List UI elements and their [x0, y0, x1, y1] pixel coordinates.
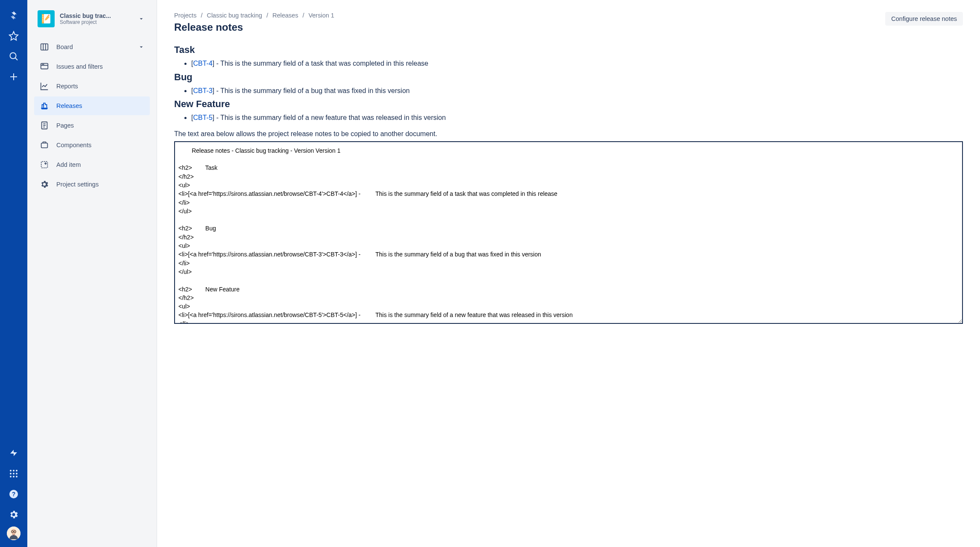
- settings-icon: [39, 179, 50, 189]
- breadcrumb-link[interactable]: Version 1: [309, 12, 334, 19]
- sidebar-item-project-settings[interactable]: Project settings: [34, 175, 150, 194]
- breadcrumb: Projects/Classic bug tracking/Releases/V…: [174, 12, 334, 19]
- svg-point-4: [10, 470, 12, 471]
- page-title: Release notes: [174, 21, 334, 33]
- sidebar-item-add-item[interactable]: Add item: [34, 155, 150, 174]
- issue-key-link[interactable]: CBT-3: [193, 87, 212, 94]
- page-icon: [39, 120, 50, 131]
- svg-point-22: [43, 17, 44, 18]
- project-header[interactable]: Classic bug trac... Software project: [34, 10, 150, 38]
- svg-point-9: [16, 473, 18, 474]
- issue-item: [CBT-3] - This is the summary field of a…: [191, 85, 963, 96]
- copy-instructions: The text area below allows the project r…: [174, 130, 963, 138]
- configure-release-notes-button[interactable]: Configure release notes: [885, 12, 963, 26]
- breadcrumb-link[interactable]: Releases: [272, 12, 298, 19]
- svg-point-10: [10, 476, 12, 477]
- svg-point-8: [13, 473, 15, 474]
- sidebar-item-components[interactable]: Components: [34, 136, 150, 154]
- ship-icon: [39, 101, 50, 111]
- main-content: Projects/Classic bug tracking/Releases/V…: [157, 0, 980, 547]
- sidebar-item-label: Add item: [56, 161, 145, 168]
- svg-point-12: [16, 476, 18, 477]
- user-avatar[interactable]: [7, 527, 20, 540]
- reports-icon: [39, 81, 50, 91]
- notification-icon[interactable]: [5, 445, 22, 462]
- issue-list: [CBT-5] - This is the summary field of a…: [174, 112, 963, 123]
- sidebar-item-releases[interactable]: Releases: [34, 96, 150, 115]
- section-heading: New Feature: [174, 99, 963, 110]
- add-item-icon: [39, 160, 50, 170]
- section-heading: Bug: [174, 72, 963, 83]
- help-icon[interactable]: ?: [5, 486, 22, 503]
- issue-summary: This is the summary field of a new featu…: [220, 114, 446, 121]
- release-notes-raw-textarea[interactable]: [174, 141, 963, 324]
- component-icon: [39, 140, 50, 150]
- project-title: Classic bug trac...: [60, 12, 131, 19]
- issue-list: [CBT-4] - This is the summary field of a…: [174, 58, 963, 69]
- svg-point-11: [13, 476, 15, 477]
- chevron-down-icon[interactable]: [136, 14, 146, 24]
- section-heading: Task: [174, 44, 963, 55]
- global-nav: ?: [0, 0, 27, 547]
- sidebar-item-pages[interactable]: Pages: [34, 116, 150, 135]
- board-icon: [39, 42, 50, 52]
- issue-item: [CBT-4] - This is the summary field of a…: [191, 58, 963, 69]
- sidebar-item-label: Issues and filters: [56, 63, 145, 70]
- create-icon[interactable]: [5, 68, 22, 85]
- project-subtitle: Software project: [60, 19, 131, 25]
- sidebar-item-label: Project settings: [56, 181, 145, 188]
- svg-point-5: [13, 470, 15, 471]
- sidebar-item-label: Reports: [56, 83, 145, 90]
- breadcrumb-separator: /: [266, 12, 268, 19]
- svg-point-0: [10, 53, 16, 59]
- sidebar-item-label: Board: [56, 44, 131, 50]
- svg-point-30: [42, 64, 43, 65]
- issue-summary: This is the summary field of a task that…: [220, 60, 428, 67]
- svg-point-7: [10, 473, 12, 474]
- search-icon[interactable]: [5, 48, 22, 65]
- sidebar-item-board[interactable]: Board: [34, 38, 150, 56]
- sidebar-nav: BoardIssues and filtersReportsReleasesPa…: [34, 38, 150, 194]
- svg-rect-36: [41, 143, 48, 148]
- svg-line-1: [15, 58, 18, 60]
- release-sections: Task[CBT-4] - This is the summary field …: [174, 44, 963, 123]
- issue-key-link[interactable]: CBT-4: [193, 60, 212, 67]
- sidebar-item-issues[interactable]: Issues and filters: [34, 57, 150, 76]
- svg-point-21: [43, 15, 44, 16]
- svg-text:?: ?: [12, 491, 16, 498]
- breadcrumb-separator: /: [303, 12, 304, 19]
- sidebar-item-label: Pages: [56, 122, 145, 129]
- svg-point-31: [44, 64, 44, 65]
- issues-icon: [39, 61, 50, 72]
- svg-point-23: [43, 19, 44, 20]
- app-switcher-icon[interactable]: [5, 465, 22, 482]
- breadcrumb-link[interactable]: Projects: [174, 12, 196, 19]
- issue-key-link[interactable]: CBT-5: [193, 114, 212, 121]
- settings-icon[interactable]: [5, 506, 22, 523]
- issue-summary: This is the summary field of a bug that …: [220, 87, 410, 94]
- breadcrumb-separator: /: [201, 12, 202, 19]
- svg-rect-37: [41, 162, 48, 168]
- chevron-down-icon: [138, 44, 145, 50]
- sidebar-item-reports[interactable]: Reports: [34, 77, 150, 96]
- star-icon[interactable]: [5, 27, 22, 44]
- sidebar-item-label: Components: [56, 142, 145, 148]
- svg-point-6: [16, 470, 18, 471]
- svg-rect-25: [41, 44, 48, 50]
- project-avatar-icon: [38, 10, 55, 27]
- project-sidebar: Classic bug trac... Software project Boa…: [27, 0, 157, 547]
- sidebar-item-label: Releases: [56, 102, 145, 109]
- svg-point-24: [43, 20, 44, 21]
- issue-list: [CBT-3] - This is the summary field of a…: [174, 85, 963, 96]
- issue-item: [CBT-5] - This is the summary field of a…: [191, 112, 963, 123]
- breadcrumb-link[interactable]: Classic bug tracking: [207, 12, 262, 19]
- jira-logo-icon[interactable]: [5, 7, 22, 24]
